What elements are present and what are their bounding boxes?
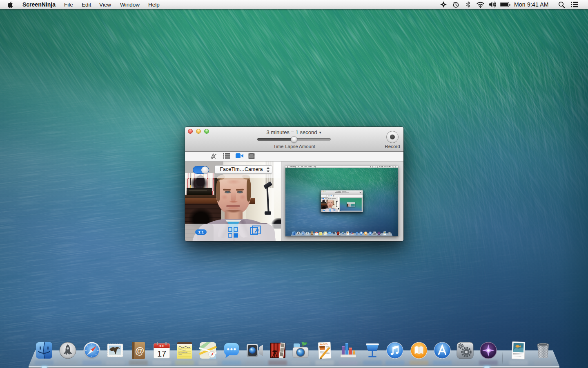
svg-text:JUL: JUL xyxy=(316,232,317,233)
svg-text:@: @ xyxy=(135,346,144,356)
svg-text:JUL: JUL xyxy=(159,344,165,348)
svg-text:17: 17 xyxy=(316,233,317,235)
svg-text:PAGES: PAGES xyxy=(320,343,327,346)
svg-text:@: @ xyxy=(311,232,313,234)
svg-text:17: 17 xyxy=(157,349,166,358)
svg-text:PAGES: PAGES xyxy=(347,231,348,232)
